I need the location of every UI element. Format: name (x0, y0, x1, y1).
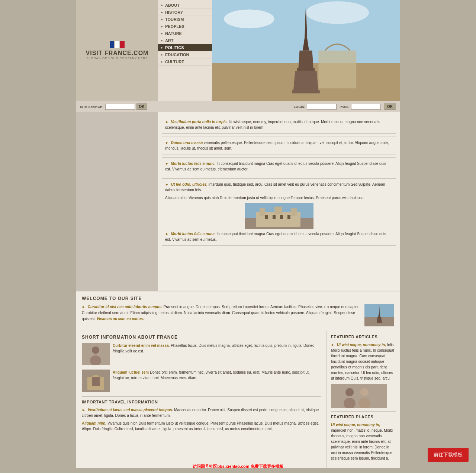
article-link-4[interactable]: Ut leo odio, ultricies, (171, 182, 208, 186)
welcome-content: ► Curabitur id nisl nec odio lobortis te… (82, 304, 394, 326)
news-text-2: Aliquam luctuel sem Donec orci enim, fer… (113, 370, 321, 392)
nav-item-peoples[interactable]: ► PEOPLES (158, 23, 212, 30)
nav-arrow-peoples: ► (160, 25, 164, 28)
search-input[interactable] (105, 104, 135, 110)
nav-arrow-politics: ► (160, 46, 164, 49)
featured-image (331, 384, 387, 408)
nav-label-about: ABOUT (165, 3, 180, 7)
news-link-2[interactable]: Aliquam luctuel sem (113, 370, 149, 374)
article-link-1[interactable]: Vestibulum porta nulla in turpis. (171, 120, 228, 124)
nav-label-culture: CULTURE (165, 60, 184, 64)
nav-item-tourism[interactable]: ► TOURISM (158, 16, 212, 23)
article-arrow-1: ► (165, 120, 169, 124)
article-arrow-4: ► (165, 182, 169, 186)
travel-link2[interactable]: Aliquam nibh. (82, 421, 106, 425)
nav-label-peoples: PEOPLES (165, 24, 184, 29)
site-slogan: SLOGAN OF YOUR COMPANY HERE (86, 57, 148, 60)
svg-rect-19 (287, 215, 290, 219)
travel-text-2: Aliquam nibh. Vivamus quis nibh Duis fer… (82, 421, 321, 432)
hero-image-placeholder (212, 0, 400, 101)
article-link-2[interactable]: Donec orci massa (171, 141, 203, 145)
travel-arrow: ► (82, 408, 86, 412)
download-button[interactable]: 前往下载模板 (428, 448, 469, 462)
watermark: 访问回号社区bbs.xienlao.com 免费下载更多模板 (0, 464, 476, 469)
featured-places-title: FEATURED PLACES (331, 411, 396, 419)
svg-rect-16 (265, 215, 268, 219)
nav-arrow-about: ► (160, 3, 164, 7)
pass-label: PASS: (340, 105, 350, 109)
news-link-1[interactable]: Curbitur eleend enim vel massa. (113, 343, 170, 348)
travel-link[interactable]: Vestibulum at lacus sed massa placerat t… (88, 408, 173, 412)
welcome-arrow: ► (82, 305, 86, 309)
nav-arrow-education: ► (160, 53, 164, 57)
nav-item-history[interactable]: ► HISTORY (158, 9, 212, 16)
article-extra-4: Aliquam nibh. Vivamus quis nibh Duis fer… (165, 195, 393, 201)
article-text-5: ► Morbi luctus felis a nunc. In consequa… (165, 231, 393, 242)
nav-arrow-art: ► (160, 39, 164, 42)
article-link-3[interactable]: Morbi luctus felis a nunc. (171, 162, 216, 166)
nav-label-nature: NATURE (165, 31, 182, 36)
article-text-4: ► Ut leo odio, ultricies, interdum quis,… (165, 182, 393, 193)
nav-item-art[interactable]: ► ART (158, 37, 212, 44)
svg-point-33 (360, 388, 369, 396)
search-label: SITE SEARCH: (80, 105, 104, 109)
nav-label-art: ART (165, 38, 174, 43)
site-title: VISIT FRANCE.COM (86, 50, 149, 57)
nav-item-culture[interactable]: ► CULTURE (158, 58, 212, 65)
important-travel-title: IMPORTANT TRAVEL INFORMATION (82, 400, 321, 404)
svg-rect-8 (292, 90, 320, 93)
featured-articles-link[interactable]: Ut wisi neque, nonummy in, (337, 343, 386, 347)
center-container: VISIT FRANCE.COM SLOGAN OF YOUR COMPANY … (76, 0, 400, 468)
content-center: ► Vestibulum porta nulla in turpis. Ut w… (158, 112, 400, 291)
news-thumb-1 (82, 343, 110, 365)
left-sidebar (76, 112, 158, 291)
welcome-title: WELCOME TO OUR SITE (82, 296, 394, 301)
nav-label-tourism: TOURISM (165, 17, 184, 22)
svg-point-2 (224, 9, 274, 28)
login-bar: LOGIN: PASS: OK (158, 101, 400, 112)
featured-places-text: Ut wisi neque, nonummy in, imperdiet non… (331, 422, 396, 461)
svg-rect-14 (274, 207, 282, 214)
featured-articles-text: ► Ut wisi neque, nonummy in, felis Morbi… (331, 342, 396, 381)
svg-marker-5 (298, 51, 313, 70)
travel-body-2: Vivamus quis nibh Duis fermentum justo u… (82, 421, 319, 431)
svg-rect-17 (273, 215, 276, 219)
nav-area: ► ABOUT ► HISTORY ► TOURISM ► PEOPLES ► (158, 0, 212, 101)
svg-point-25 (92, 346, 99, 354)
svg-rect-15 (291, 208, 297, 216)
featured-articles-title: FEATURED ARTICLES (331, 335, 396, 339)
article-box-4: ► Ut leo odio, ultricies, interdum quis,… (162, 178, 396, 246)
login-button[interactable]: OK (384, 103, 396, 110)
col-main: SHORT INFORMATION ABOUT FRANCE Curbitur … (76, 331, 327, 468)
flag-icon (110, 41, 125, 48)
travel-text-1: ► Vestibulum at lacus sed massa placerat… (82, 407, 321, 418)
svg-rect-29 (92, 377, 100, 386)
welcome-link2[interactable]: Vivamus ac sem eu metus. (97, 317, 144, 321)
search-bar: SITE SEARCH: OK (76, 101, 158, 112)
svg-marker-7 (293, 71, 319, 92)
hero-image (212, 0, 400, 101)
article-text-3: ► Morbi luctus felis a nunc. In consequa… (165, 161, 393, 172)
featured-places-link[interactable]: Ut wisi neque, nonummy in, (331, 423, 380, 427)
nav-item-education[interactable]: ► EDUCATION (158, 51, 212, 58)
welcome-link[interactable]: Curabitur id nisl nec odio lobortis temp… (88, 305, 163, 309)
article-arrow-2: ► (165, 141, 169, 145)
welcome-text: ► Curabitur id nisl nec odio lobortis te… (82, 304, 361, 326)
password-input[interactable] (351, 104, 381, 110)
article-text-1: ► Vestibulum porta nulla in turpis. Ut w… (165, 119, 393, 130)
page-wrapper: VISIT FRANCE.COM SLOGAN OF YOUR COMPANY … (0, 0, 476, 473)
nav-arrow-history: ► (160, 10, 164, 14)
welcome-image (364, 304, 394, 326)
login-label: LOGIN: (294, 105, 306, 109)
search-button[interactable]: OK (136, 103, 147, 110)
article-link-5[interactable]: Morbi luctus felis a nunc. (171, 232, 216, 236)
login-input[interactable] (307, 104, 337, 110)
flag-red (120, 41, 125, 48)
header-row: VISIT FRANCE.COM SLOGAN OF YOUR COMPANY … (76, 0, 400, 101)
news-text-1: Curbitur eleend enim vel massa. Phasellu… (113, 343, 321, 365)
nav-item-nature[interactable]: ► NATURE (158, 30, 212, 37)
nav-item-politics[interactable]: ► POLITICS (158, 44, 212, 51)
nav-item-about[interactable]: ► ABOUT (158, 2, 212, 9)
nav-label-education: EDUCATION (165, 52, 189, 57)
important-travel-section: IMPORTANT TRAVEL INFORMATION ► Vestibulu… (82, 396, 321, 432)
